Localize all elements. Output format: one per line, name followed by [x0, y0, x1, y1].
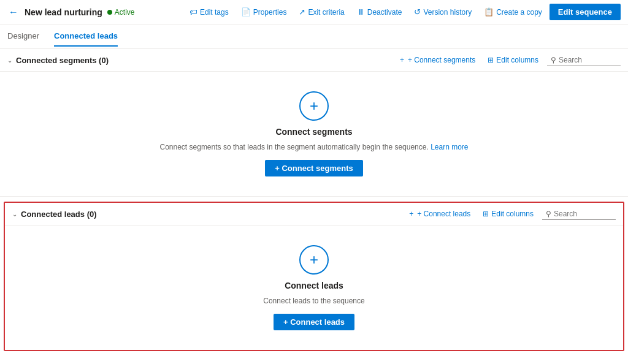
- status-badge: Active: [107, 8, 135, 17]
- connect-leads-button[interactable]: + Connect leads: [274, 314, 354, 330]
- segments-search-icon: ⚲: [551, 56, 556, 64]
- leads-empty-state: + Connect leads Connect leads to the seq…: [5, 226, 623, 350]
- status-dot: [107, 10, 112, 15]
- segments-chevron[interactable]: ⌄: [7, 57, 12, 64]
- tag-icon: 🏷: [190, 7, 197, 17]
- segments-search-box: ⚲: [547, 55, 621, 66]
- leads-header-left: ⌄ Connected leads (0): [12, 210, 405, 219]
- segments-search-input[interactable]: [559, 56, 614, 64]
- version-history-icon: ↺: [414, 7, 421, 17]
- connected-leads-section: ⌄ Connected leads (0) + + Connect leads …: [4, 202, 624, 351]
- version-history-button[interactable]: ↺ Version history: [409, 5, 477, 19]
- connect-leads-plus-icon: +: [409, 210, 413, 218]
- edit-tags-button[interactable]: 🏷 Edit tags: [185, 5, 234, 19]
- leads-chevron[interactable]: ⌄: [12, 211, 17, 218]
- leads-section-header: ⌄ Connected leads (0) + + Connect leads …: [5, 203, 623, 226]
- edit-sequence-button[interactable]: Edit sequence: [550, 4, 621, 20]
- segments-section-header: ⌄ Connected segments (0) + + Connect seg…: [0, 49, 628, 72]
- connect-leads-btn-label: + Connect leads: [283, 317, 345, 327]
- back-button[interactable]: ←: [7, 6, 20, 19]
- properties-button[interactable]: 📄 Properties: [236, 5, 292, 19]
- edit-columns-leads-icon: ⊞: [483, 210, 489, 218]
- segments-empty-state: + Connect segments Connect segments so t…: [0, 72, 628, 196]
- copy-icon: 📋: [484, 7, 494, 17]
- connect-segments-button[interactable]: + Connect segments: [265, 160, 363, 176]
- connected-segments-section: ⌄ Connected segments (0) + + Connect seg…: [0, 49, 628, 197]
- top-bar: ← New lead nurturing Active 🏷 Edit tags …: [0, 0, 628, 25]
- edit-columns-leads-button[interactable]: ⊞ Edit columns: [479, 208, 537, 220]
- top-bar-actions: 🏷 Edit tags 📄 Properties ↗ Exit criteria…: [185, 4, 621, 20]
- connect-segments-header-button[interactable]: + + Connect segments: [396, 54, 479, 66]
- create-copy-button[interactable]: 📋 Create a copy: [479, 5, 547, 19]
- edit-columns-segments-icon: ⊞: [488, 56, 494, 64]
- leads-header-right: + + Connect leads ⊞ Edit columns ⚲: [405, 208, 616, 220]
- segments-header-right: + + Connect segments ⊞ Edit columns ⚲: [396, 54, 621, 66]
- deactivate-button[interactable]: ⏸ Deactivate: [352, 5, 407, 19]
- segments-empty-icon: +: [299, 91, 329, 121]
- connect-leads-header-button[interactable]: + + Connect leads: [405, 208, 474, 220]
- leads-search-input[interactable]: [554, 210, 609, 218]
- leads-search-icon: ⚲: [546, 210, 551, 218]
- page-title: New lead nurturing: [25, 7, 102, 17]
- tab-connected-leads[interactable]: Connected leads: [54, 26, 118, 47]
- tab-bar: Designer Connected leads: [0, 25, 628, 49]
- status-label: Active: [115, 8, 135, 17]
- deactivate-icon: ⏸: [357, 7, 365, 17]
- main-content: ⌄ Connected segments (0) + + Connect seg…: [0, 49, 628, 351]
- learn-more-link[interactable]: Learn more: [431, 143, 468, 151]
- tab-designer[interactable]: Designer: [7, 26, 39, 47]
- segments-empty-title: Connect segments: [275, 127, 352, 137]
- connect-segments-btn-label: + Connect segments: [275, 164, 353, 173]
- exit-criteria-icon: ↗: [299, 7, 305, 17]
- properties-icon: 📄: [241, 7, 251, 17]
- leads-empty-desc: Connect leads to the sequence: [263, 297, 364, 305]
- edit-columns-segments-button[interactable]: ⊞ Edit columns: [484, 54, 542, 66]
- connect-segments-plus-icon: +: [400, 56, 404, 64]
- exit-criteria-button[interactable]: ↗ Exit criteria: [294, 5, 349, 19]
- leads-search-box: ⚲: [542, 208, 616, 220]
- leads-empty-icon: +: [299, 245, 329, 275]
- segments-empty-desc: Connect segments so that leads in the se…: [160, 143, 469, 151]
- top-bar-left: ← New lead nurturing Active: [7, 6, 180, 19]
- leads-empty-title: Connect leads: [285, 281, 343, 290]
- segments-header-left: ⌄ Connected segments (0): [7, 56, 396, 65]
- leads-section-title: Connected leads (0): [21, 210, 97, 219]
- segments-section-title: Connected segments (0): [16, 56, 109, 65]
